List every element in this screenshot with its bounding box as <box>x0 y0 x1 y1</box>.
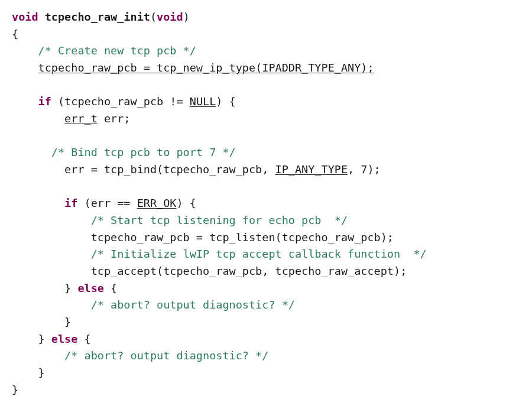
line: /* Initialize lwIP tcp accept callback f… <box>12 248 427 260</box>
line: if (err == ERR_OK) { <box>12 197 196 209</box>
line: tcp_accept(tcpecho_raw_pcb, tcpecho_raw_… <box>12 265 407 277</box>
comment: /* Initialize lwIP tcp accept callback f… <box>91 248 427 260</box>
code-text: } <box>64 316 71 328</box>
code-text: err = tcp_bind(tcpecho_raw_pcb, <box>64 163 275 176</box>
macro: IP_ANY_TYPE <box>275 163 348 176</box>
comment: /* Start tcp listening for echo pcb */ <box>91 214 348 226</box>
code-text: tcpecho_raw_pcb = tcp_new_ip_type(IPADDR… <box>38 61 374 74</box>
code-text: ) { <box>176 197 196 209</box>
line: { <box>12 28 18 40</box>
code-block: void tcpecho_raw_init(void) { /* Create … <box>12 9 520 398</box>
line: err_t err; <box>12 112 131 125</box>
keyword-void: void <box>12 11 38 23</box>
line: /* Bind tcp pcb to port 7 */ <box>12 146 236 158</box>
code-text: tcpecho_raw_pcb = tcp_listen(tcpecho_raw… <box>91 231 394 244</box>
code-text: ) { <box>216 95 235 108</box>
line: } <box>12 316 71 328</box>
code-text: } <box>64 282 77 294</box>
line: } else { <box>12 333 91 345</box>
code-text: } <box>38 366 45 379</box>
blank-line <box>12 79 18 91</box>
line: void tcpecho_raw_init(void) <box>12 11 190 23</box>
keyword-if: if <box>38 95 51 108</box>
code-text: err; <box>98 112 131 125</box>
line: } <box>12 366 45 379</box>
comment: /* Bind tcp pcb to port 7 */ <box>51 146 236 158</box>
line: err = tcp_bind(tcpecho_raw_pcb, IP_ANY_T… <box>12 163 381 176</box>
keyword-if: if <box>64 197 77 209</box>
macro: ERR_OK <box>137 197 177 209</box>
blank-line <box>12 180 18 193</box>
comment: /* abort? output diagnostic? */ <box>64 349 268 362</box>
function-name: tcpecho_raw_init <box>45 11 150 23</box>
line: if (tcpecho_raw_pcb != NULL) { <box>12 95 236 108</box>
line: /* abort? output diagnostic? */ <box>12 298 295 311</box>
blank-line <box>12 129 18 142</box>
comment: /* Create new tcp pcb */ <box>38 44 196 57</box>
type-name: err_t <box>64 112 98 125</box>
keyword-void: void <box>157 11 183 23</box>
code-text: (tcpecho_raw_pcb != <box>51 95 190 108</box>
line: /* Start tcp listening for echo pcb */ <box>12 214 348 226</box>
null-literal: NULL <box>190 95 216 108</box>
line: /* abort? output diagnostic? */ <box>12 349 268 362</box>
line: } <box>12 384 18 396</box>
code-text: tcp_accept(tcpecho_raw_pcb, tcpecho_raw_… <box>91 265 407 277</box>
code-text: } <box>38 333 51 345</box>
code-text: { <box>77 333 90 345</box>
line: tcpecho_raw_pcb = tcp_listen(tcpecho_raw… <box>12 231 394 244</box>
code-text: , 7); <box>348 163 381 176</box>
keyword-else: else <box>51 333 78 345</box>
comment: /* abort? output diagnostic? */ <box>91 298 295 311</box>
line: } else { <box>12 282 117 294</box>
line: tcpecho_raw_pcb = tcp_new_ip_type(IPADDR… <box>12 61 374 74</box>
line: /* Create new tcp pcb */ <box>12 44 196 57</box>
code-text: (err == <box>77 197 137 209</box>
keyword-else: else <box>77 282 104 294</box>
code-text: { <box>104 282 117 294</box>
